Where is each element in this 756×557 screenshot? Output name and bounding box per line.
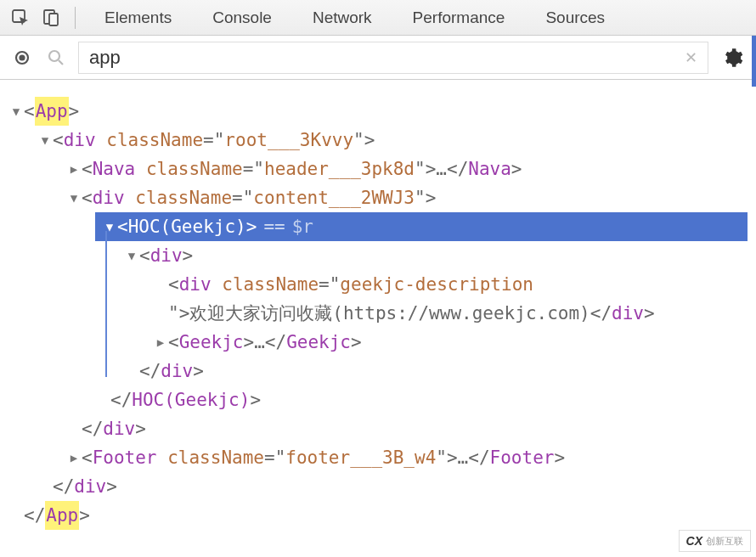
search-input-wrap: ✕	[78, 42, 708, 74]
tree-node-hoc-close[interactable]: ▶ </HOC(Geekjc)>	[8, 385, 748, 414]
ellipsis: …	[254, 328, 265, 357]
expand-icon[interactable]: ▼	[124, 241, 139, 270]
tag-div: div	[150, 241, 183, 270]
target-icon[interactable]	[10, 46, 34, 70]
tag-app-close: App	[45, 501, 79, 530]
tree-node-nava[interactable]: ▶ <Nava className="header___3pk8d">…</Na…	[8, 155, 748, 183]
component-tree: ▼ <App> ▼ <div className="root___3Kvvy">…	[0, 80, 756, 547]
attr-val-content: content___2WWJ3	[253, 183, 415, 212]
attr-val-header: header___3pk8d	[264, 155, 415, 183]
tag-footer: Footer	[93, 443, 157, 472]
r-var: $r	[292, 212, 313, 241]
search-bar: ✕	[0, 36, 756, 80]
expand-icon[interactable]: ▼	[8, 97, 24, 126]
tab-performance[interactable]: Performance	[394, 0, 524, 36]
collapse-icon[interactable]: ▶	[66, 443, 82, 472]
tab-elements[interactable]: Elements	[86, 0, 190, 36]
svg-point-4	[20, 55, 25, 59]
tree-node-app-open[interactable]: ▼ <App>	[8, 97, 748, 126]
tree-node-hoc-selected[interactable]: ▼ <HOC(Geekjc)> == $r	[95, 212, 748, 241]
tree-guide-line	[105, 231, 107, 377]
search-input[interactable]	[89, 47, 685, 69]
tab-console[interactable]: Console	[194, 0, 291, 36]
tag-hoc: HOC(Geekjc)	[128, 212, 246, 241]
attr-classname: className	[222, 270, 319, 299]
tag-div-close: div	[103, 414, 135, 443]
tree-node-app-close[interactable]: ▶ </App>	[8, 501, 748, 530]
attr-classname: className	[167, 443, 264, 472]
attr-classname: className	[135, 183, 232, 212]
tag-geekjc: Geekjc	[179, 328, 244, 357]
ellipsis: …	[436, 155, 447, 183]
tree-node-content-div-close[interactable]: ▶ </div>	[8, 414, 748, 443]
collapse-icon[interactable]: ▶	[66, 155, 82, 183]
devtools-tabs-bar: Elements Console Network Performance Sou…	[0, 0, 756, 36]
search-icon	[44, 46, 68, 70]
tree-node-root-div-close[interactable]: ▶ </div>	[8, 472, 748, 501]
tree-node-desc-div[interactable]: ▶ <div className="geekjc-description	[8, 270, 748, 299]
tree-node-content-div[interactable]: ▼ <div className="content___2WWJ3">	[8, 183, 748, 212]
desc-text: 欢迎大家访问收藏(https://www.geekjc.com)	[189, 299, 590, 328]
equals-op: ==	[263, 212, 285, 241]
expand-icon[interactable]: ▼	[66, 183, 82, 212]
settings-icon[interactable]	[719, 44, 746, 71]
tree-node-inner-div-close[interactable]: ▶ </div>	[8, 357, 748, 385]
tag-div-close: div	[612, 299, 644, 328]
attr-classname: className	[106, 126, 203, 155]
attr-val-root: root___3Kvvy	[224, 126, 353, 155]
watermark: CX 创新互联	[679, 530, 751, 552]
expand-icon[interactable]: ▼	[37, 126, 53, 155]
tree-node-footer[interactable]: ▶ <Footer className="footer___3B_w4">…</…	[8, 443, 748, 472]
tag-hoc-close: HOC(Geekjc)	[132, 385, 250, 414]
svg-point-5	[49, 51, 59, 61]
device-toggle-icon[interactable]	[37, 4, 65, 31]
inspect-element-icon[interactable]	[7, 4, 34, 31]
attr-classname: className	[146, 155, 243, 183]
clear-search-icon[interactable]: ✕	[685, 48, 697, 67]
tag-div: div	[64, 126, 96, 155]
tag-footer-close: Footer	[490, 443, 555, 472]
svg-rect-2	[49, 14, 58, 25]
tab-divider	[75, 7, 76, 29]
svg-line-6	[59, 60, 63, 65]
tag-nava: Nava	[93, 155, 136, 183]
watermark-text: 创新互联	[706, 535, 743, 548]
tag-nava-close: Nava	[468, 155, 511, 183]
attr-val-geekjc-desc: geekjc-description	[340, 270, 533, 299]
tree-node-desc-continuation[interactable]: ">欢迎大家访问收藏(https://www.geekjc.com)</div>	[8, 299, 748, 328]
scroll-indicator	[752, 36, 756, 87]
tag-div: div	[179, 270, 212, 299]
collapse-icon[interactable]: ▶	[153, 328, 168, 357]
tag-div: div	[93, 183, 125, 212]
tag-div-close: div	[161, 357, 193, 385]
tree-node-geekjc[interactable]: ▶ <Geekjc>…</Geekjc>	[8, 328, 748, 357]
tag-geekjc-close: Geekjc	[286, 328, 351, 357]
attr-val-footer: footer___3B_w4	[285, 443, 436, 472]
tab-sources[interactable]: Sources	[527, 0, 623, 36]
watermark-logo: CX	[686, 534, 702, 548]
tree-node-root-div[interactable]: ▼ <div className="root___3Kvvy">	[8, 126, 748, 155]
ellipsis: …	[458, 443, 469, 472]
tree-node-inner-div[interactable]: ▼ <div>	[8, 241, 748, 270]
tab-network[interactable]: Network	[294, 0, 391, 36]
expand-icon[interactable]: ▼	[102, 212, 117, 241]
tag-div-close: div	[74, 472, 106, 501]
tag-app: App	[35, 97, 69, 126]
